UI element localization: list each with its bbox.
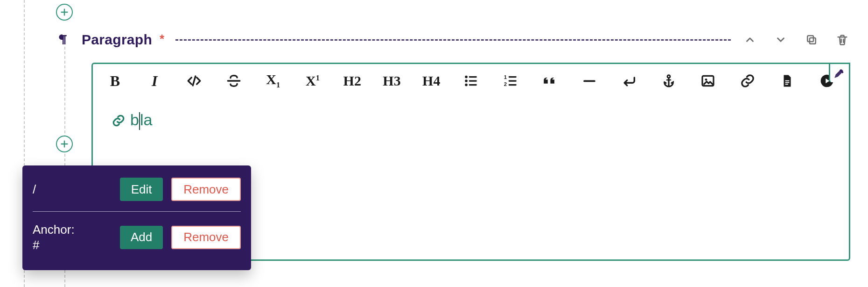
svg-rect-1 [807, 36, 813, 42]
code-button[interactable] [185, 71, 203, 91]
link-text-before: b [130, 111, 139, 129]
svg-rect-10 [508, 76, 516, 78]
svg-point-4 [465, 84, 468, 86]
duplicate-button[interactable] [804, 32, 819, 48]
paragraph-icon [55, 32, 70, 48]
blockquote-button[interactable] [541, 71, 559, 91]
svg-point-2 [465, 76, 468, 79]
editor-toolbar: B I X1 X1 H2 H3 H4 12 [93, 64, 849, 98]
svg-point-17 [705, 79, 707, 81]
svg-rect-0 [810, 38, 816, 44]
bullet-list-button[interactable] [462, 71, 480, 91]
block-type-label: Paragraph [82, 32, 152, 48]
bold-button[interactable]: B [106, 71, 124, 91]
svg-rect-15 [666, 79, 671, 81]
edit-link-button[interactable]: Edit [120, 178, 163, 201]
add-anchor-button[interactable]: Add [120, 226, 163, 249]
popover-separator [33, 211, 241, 212]
link-text-after: la [140, 111, 152, 129]
h4-button[interactable]: H4 [422, 71, 441, 91]
required-indicator: * [160, 32, 164, 46]
svg-rect-13 [583, 80, 595, 82]
link-button[interactable] [739, 71, 757, 91]
editor-content[interactable]: bla [93, 98, 849, 144]
svg-rect-6 [469, 80, 477, 82]
svg-rect-12 [508, 84, 516, 86]
svg-text:1: 1 [504, 74, 507, 80]
remove-link-button[interactable]: Remove [171, 178, 241, 201]
anchor-label: Anchor: # [33, 222, 112, 252]
horizontal-rule-button[interactable] [581, 71, 599, 91]
editor-settings-tab[interactable] [829, 63, 850, 82]
h2-button[interactable]: H2 [343, 71, 361, 91]
remove-anchor-button[interactable]: Remove [171, 226, 241, 249]
strikethrough-button[interactable] [224, 71, 243, 91]
delete-button[interactable] [834, 32, 850, 48]
link-icon [112, 114, 126, 128]
move-down-button[interactable] [773, 32, 789, 48]
add-block-button-top[interactable] [56, 4, 73, 21]
ordered-list-button[interactable]: 12 [501, 71, 519, 91]
svg-rect-20 [785, 84, 788, 85]
link-edit-popover: / Edit Remove Anchor: # Add Remove [22, 165, 251, 270]
subscript-button[interactable]: X1 [264, 71, 282, 91]
line-break-button[interactable] [620, 71, 638, 91]
svg-rect-5 [469, 76, 477, 78]
image-button[interactable] [699, 71, 717, 91]
superscript-button[interactable]: X1 [304, 71, 322, 91]
document-button[interactable] [778, 71, 796, 91]
link-text[interactable]: bla [112, 111, 152, 130]
svg-rect-7 [469, 84, 477, 86]
svg-point-3 [465, 79, 468, 82]
h3-button[interactable]: H3 [383, 71, 401, 91]
block-header: Paragraph * [55, 29, 850, 50]
italic-button[interactable]: I [146, 71, 164, 91]
link-url-label: / [33, 182, 112, 197]
anchor-button[interactable] [659, 71, 678, 91]
svg-rect-18 [785, 80, 789, 81]
move-up-button[interactable] [742, 32, 758, 48]
add-block-button-side[interactable] [56, 136, 73, 152]
header-separator [175, 39, 731, 41]
svg-text:2: 2 [504, 81, 507, 87]
svg-rect-11 [508, 80, 516, 82]
svg-rect-19 [785, 82, 789, 83]
